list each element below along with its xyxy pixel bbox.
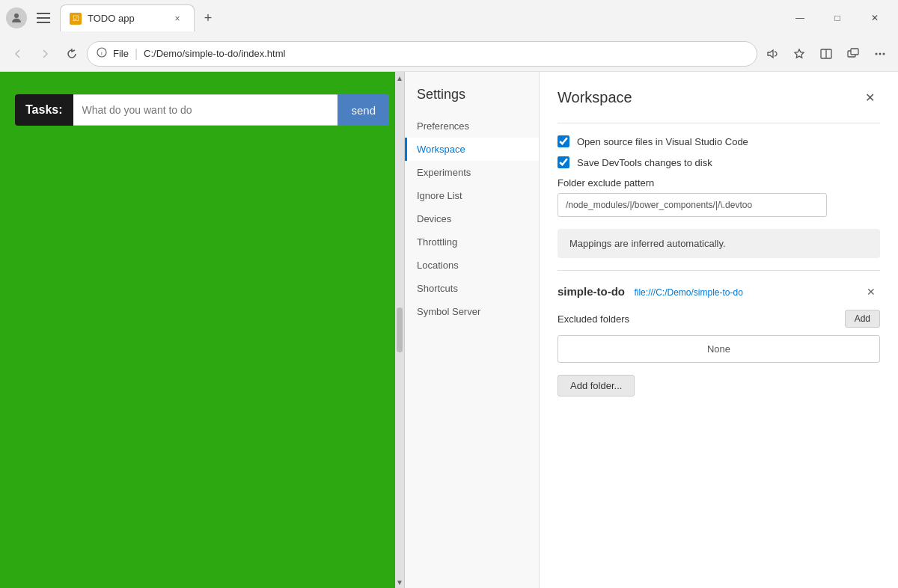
tab-bar: ☑ TODO app × + (60, 4, 777, 31)
scroll-up-arrow[interactable]: ▲ (395, 72, 404, 84)
settings-title: Settings (405, 78, 539, 114)
browser-tabs-button[interactable] (841, 42, 865, 66)
scroll-down-arrow[interactable]: ▼ (395, 576, 404, 588)
split-screen-button[interactable] (814, 42, 838, 66)
read-aloud-button[interactable] (760, 42, 784, 66)
workspace-entry-name-path: simple-to-do file:///C:/Demo/simple-to-d… (558, 285, 743, 298)
svg-point-11 (879, 52, 882, 55)
vscode-checkbox[interactable] (558, 135, 569, 147)
svg-point-0 (14, 13, 19, 18)
devtools-panel: Settings Preferences Workspace Experimen… (404, 72, 898, 588)
settings-nav-experiments[interactable]: Experiments (405, 161, 539, 184)
new-tab-button[interactable]: + (198, 7, 219, 28)
add-excluded-folder-button[interactable]: Add (845, 310, 880, 328)
tab-favicon-char: ☑ (73, 14, 79, 22)
browser-page: Tasks: send ▲ ▼ (0, 72, 404, 588)
settings-content-header: Workspace ✕ (558, 87, 880, 108)
divider-1 (558, 123, 880, 123)
title-bar-left (6, 7, 54, 28)
workspace-entry: simple-to-do file:///C:/Demo/simple-to-d… (558, 283, 880, 363)
excluded-folders-header: Excluded folders Add (558, 310, 880, 328)
settings-nav-locations[interactable]: Locations (405, 254, 539, 277)
close-window-button[interactable]: ✕ (858, 6, 892, 30)
nav-bar: i File | C:/Demo/simple-to-do/index.html (0, 36, 898, 72)
settings-nav-ignore-list[interactable]: Ignore List (405, 184, 539, 207)
divider-2 (558, 270, 880, 271)
nav-right-buttons (760, 42, 892, 66)
scrollbar-track-middle (395, 84, 404, 576)
settings-content: Workspace ✕ Open source files in Visual … (540, 72, 898, 588)
add-folder-button[interactable]: Add folder... (558, 375, 635, 396)
favorites-button[interactable] (787, 42, 811, 66)
vscode-checkbox-row: Open source files in Visual Studio Code (558, 135, 880, 147)
svg-rect-9 (851, 49, 858, 55)
svg-text:i: i (101, 50, 103, 57)
workspace-entry-header: simple-to-do file:///C:/Demo/simple-to-d… (558, 283, 880, 301)
svg-point-10 (876, 52, 878, 55)
svg-rect-3 (37, 22, 50, 23)
workspace-title: Workspace (558, 89, 632, 106)
send-button[interactable]: send (337, 94, 389, 126)
settings-menu-button[interactable] (868, 42, 892, 66)
address-bar[interactable]: i File | C:/Demo/simple-to-do/index.html (87, 41, 757, 67)
sidebar-toggle-button[interactable] (33, 7, 54, 28)
settings-nav-shortcuts[interactable]: Shortcuts (405, 277, 539, 300)
none-box: None (558, 335, 880, 363)
settings-nav-symbol-server[interactable]: Symbol Server (405, 300, 539, 323)
title-bar: ☑ TODO app × + — □ ✕ (0, 0, 898, 36)
settings-nav-preferences[interactable]: Preferences (405, 114, 539, 138)
svg-point-12 (883, 52, 885, 55)
scrollbar-thumb[interactable] (397, 307, 403, 352)
folder-exclude-label: Folder exclude pattern (558, 177, 880, 189)
devtools-checkbox[interactable] (558, 156, 569, 168)
address-file-label: File (113, 48, 129, 59)
workspace-name: simple-to-do (558, 285, 625, 298)
todo-header: Tasks: send (15, 94, 389, 126)
address-url: C:/Demo/simple-to-do/index.html (144, 48, 748, 59)
settings-nav-throttling[interactable]: Throttling (405, 230, 539, 254)
user-avatar[interactable] (6, 7, 27, 28)
browser-chrome: ☑ TODO app × + — □ ✕ i File (0, 0, 898, 72)
close-workspace-button[interactable]: ✕ (859, 87, 880, 108)
svg-rect-1 (37, 13, 50, 14)
browser-tab[interactable]: ☑ TODO app × (60, 4, 195, 31)
workspace-path: file:///C:/Demo/simple-to-do (634, 287, 742, 298)
settings-nav-devices[interactable]: Devices (405, 207, 539, 230)
scrollbar[interactable]: ▲ ▼ (395, 72, 404, 588)
settings-nav-workspace[interactable]: Workspace (405, 138, 539, 161)
excluded-folders-label: Excluded folders (558, 313, 629, 325)
workspace-entry-close-button[interactable]: ✕ (862, 283, 880, 301)
settings-sidebar: Settings Preferences Workspace Experimen… (405, 72, 540, 588)
content-area: Tasks: send ▲ ▼ Settings Preferences Wor… (0, 72, 898, 588)
mappings-info-box: Mappings are inferred automatically. (558, 229, 880, 258)
back-button[interactable] (6, 42, 30, 66)
tab-favicon: ☑ (70, 13, 82, 25)
tab-title: TODO app (88, 13, 164, 24)
refresh-button[interactable] (60, 42, 84, 66)
forward-button[interactable] (33, 42, 57, 66)
maximize-button[interactable]: □ (820, 6, 855, 30)
tasks-label: Tasks: (15, 94, 73, 126)
vscode-checkbox-label: Open source files in Visual Studio Code (577, 136, 748, 147)
minimize-button[interactable]: — (783, 6, 817, 30)
address-separator: | (135, 47, 138, 61)
window-controls: — □ ✕ (783, 6, 892, 30)
svg-rect-2 (37, 17, 50, 19)
folder-exclude-input[interactable] (558, 193, 827, 217)
tab-close-button[interactable]: × (170, 11, 185, 26)
tasks-input[interactable] (73, 94, 338, 126)
todo-app-content: Tasks: send (0, 72, 404, 588)
info-icon: i (97, 47, 107, 60)
devtools-checkbox-row: Save DevTools changes to disk (558, 156, 880, 168)
devtools-checkbox-label: Save DevTools changes to disk (577, 157, 712, 168)
